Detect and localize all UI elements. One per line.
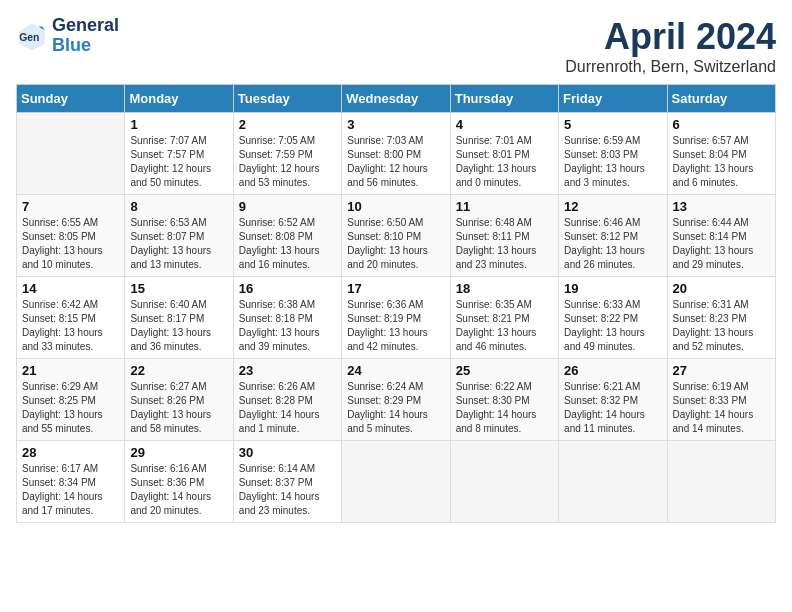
calendar-cell: 1Sunrise: 7:07 AM Sunset: 7:57 PM Daylig… bbox=[125, 113, 233, 195]
day-info: Sunrise: 6:26 AM Sunset: 8:28 PM Dayligh… bbox=[239, 380, 336, 436]
day-number: 20 bbox=[673, 281, 770, 296]
day-info: Sunrise: 6:21 AM Sunset: 8:32 PM Dayligh… bbox=[564, 380, 661, 436]
day-info: Sunrise: 7:01 AM Sunset: 8:01 PM Dayligh… bbox=[456, 134, 553, 190]
calendar-cell: 17Sunrise: 6:36 AM Sunset: 8:19 PM Dayli… bbox=[342, 277, 450, 359]
day-number: 3 bbox=[347, 117, 444, 132]
day-number: 27 bbox=[673, 363, 770, 378]
day-number: 6 bbox=[673, 117, 770, 132]
title-area: April 2024 Durrenroth, Bern, Switzerland bbox=[565, 16, 776, 76]
day-number: 18 bbox=[456, 281, 553, 296]
day-info: Sunrise: 7:03 AM Sunset: 8:00 PM Dayligh… bbox=[347, 134, 444, 190]
logo-icon: Gen bbox=[16, 20, 48, 52]
day-number: 1 bbox=[130, 117, 227, 132]
calendar-cell: 5Sunrise: 6:59 AM Sunset: 8:03 PM Daylig… bbox=[559, 113, 667, 195]
calendar-cell: 20Sunrise: 6:31 AM Sunset: 8:23 PM Dayli… bbox=[667, 277, 775, 359]
day-number: 5 bbox=[564, 117, 661, 132]
logo-text: General Blue bbox=[52, 16, 119, 56]
day-number: 19 bbox=[564, 281, 661, 296]
day-info: Sunrise: 6:46 AM Sunset: 8:12 PM Dayligh… bbox=[564, 216, 661, 272]
day-number: 22 bbox=[130, 363, 227, 378]
week-row-0: 1Sunrise: 7:07 AM Sunset: 7:57 PM Daylig… bbox=[17, 113, 776, 195]
weekday-saturday: Saturday bbox=[667, 85, 775, 113]
week-row-2: 14Sunrise: 6:42 AM Sunset: 8:15 PM Dayli… bbox=[17, 277, 776, 359]
weekday-thursday: Thursday bbox=[450, 85, 558, 113]
day-number: 21 bbox=[22, 363, 119, 378]
day-number: 17 bbox=[347, 281, 444, 296]
day-info: Sunrise: 6:38 AM Sunset: 8:18 PM Dayligh… bbox=[239, 298, 336, 354]
day-number: 24 bbox=[347, 363, 444, 378]
day-number: 16 bbox=[239, 281, 336, 296]
calendar-body: 1Sunrise: 7:07 AM Sunset: 7:57 PM Daylig… bbox=[17, 113, 776, 523]
calendar-cell: 2Sunrise: 7:05 AM Sunset: 7:59 PM Daylig… bbox=[233, 113, 341, 195]
day-number: 4 bbox=[456, 117, 553, 132]
calendar-cell: 26Sunrise: 6:21 AM Sunset: 8:32 PM Dayli… bbox=[559, 359, 667, 441]
day-number: 9 bbox=[239, 199, 336, 214]
day-number: 7 bbox=[22, 199, 119, 214]
weekday-sunday: Sunday bbox=[17, 85, 125, 113]
day-number: 12 bbox=[564, 199, 661, 214]
calendar-cell: 9Sunrise: 6:52 AM Sunset: 8:08 PM Daylig… bbox=[233, 195, 341, 277]
calendar-cell bbox=[342, 441, 450, 523]
calendar-cell: 27Sunrise: 6:19 AM Sunset: 8:33 PM Dayli… bbox=[667, 359, 775, 441]
day-number: 29 bbox=[130, 445, 227, 460]
day-info: Sunrise: 6:17 AM Sunset: 8:34 PM Dayligh… bbox=[22, 462, 119, 518]
day-info: Sunrise: 6:29 AM Sunset: 8:25 PM Dayligh… bbox=[22, 380, 119, 436]
calendar-cell bbox=[667, 441, 775, 523]
calendar-cell: 11Sunrise: 6:48 AM Sunset: 8:11 PM Dayli… bbox=[450, 195, 558, 277]
day-number: 11 bbox=[456, 199, 553, 214]
calendar-cell: 15Sunrise: 6:40 AM Sunset: 8:17 PM Dayli… bbox=[125, 277, 233, 359]
weekday-header: SundayMondayTuesdayWednesdayThursdayFrid… bbox=[17, 85, 776, 113]
day-info: Sunrise: 6:14 AM Sunset: 8:37 PM Dayligh… bbox=[239, 462, 336, 518]
calendar-cell: 19Sunrise: 6:33 AM Sunset: 8:22 PM Dayli… bbox=[559, 277, 667, 359]
calendar-cell: 14Sunrise: 6:42 AM Sunset: 8:15 PM Dayli… bbox=[17, 277, 125, 359]
weekday-wednesday: Wednesday bbox=[342, 85, 450, 113]
week-row-4: 28Sunrise: 6:17 AM Sunset: 8:34 PM Dayli… bbox=[17, 441, 776, 523]
day-info: Sunrise: 6:16 AM Sunset: 8:36 PM Dayligh… bbox=[130, 462, 227, 518]
calendar-cell bbox=[17, 113, 125, 195]
calendar-cell: 16Sunrise: 6:38 AM Sunset: 8:18 PM Dayli… bbox=[233, 277, 341, 359]
day-number: 2 bbox=[239, 117, 336, 132]
day-number: 23 bbox=[239, 363, 336, 378]
day-info: Sunrise: 6:42 AM Sunset: 8:15 PM Dayligh… bbox=[22, 298, 119, 354]
calendar-cell: 18Sunrise: 6:35 AM Sunset: 8:21 PM Dayli… bbox=[450, 277, 558, 359]
calendar: SundayMondayTuesdayWednesdayThursdayFrid… bbox=[16, 84, 776, 523]
calendar-cell bbox=[450, 441, 558, 523]
day-info: Sunrise: 7:05 AM Sunset: 7:59 PM Dayligh… bbox=[239, 134, 336, 190]
calendar-cell: 30Sunrise: 6:14 AM Sunset: 8:37 PM Dayli… bbox=[233, 441, 341, 523]
day-info: Sunrise: 6:31 AM Sunset: 8:23 PM Dayligh… bbox=[673, 298, 770, 354]
weekday-friday: Friday bbox=[559, 85, 667, 113]
day-number: 13 bbox=[673, 199, 770, 214]
day-info: Sunrise: 6:27 AM Sunset: 8:26 PM Dayligh… bbox=[130, 380, 227, 436]
day-info: Sunrise: 6:40 AM Sunset: 8:17 PM Dayligh… bbox=[130, 298, 227, 354]
day-info: Sunrise: 6:22 AM Sunset: 8:30 PM Dayligh… bbox=[456, 380, 553, 436]
month-title: April 2024 bbox=[565, 16, 776, 58]
logo: Gen General Blue bbox=[16, 16, 119, 56]
day-number: 26 bbox=[564, 363, 661, 378]
day-info: Sunrise: 6:55 AM Sunset: 8:05 PM Dayligh… bbox=[22, 216, 119, 272]
day-number: 10 bbox=[347, 199, 444, 214]
calendar-cell bbox=[559, 441, 667, 523]
weekday-tuesday: Tuesday bbox=[233, 85, 341, 113]
calendar-cell: 23Sunrise: 6:26 AM Sunset: 8:28 PM Dayli… bbox=[233, 359, 341, 441]
svg-text:Gen: Gen bbox=[19, 32, 39, 43]
day-number: 30 bbox=[239, 445, 336, 460]
calendar-cell: 29Sunrise: 6:16 AM Sunset: 8:36 PM Dayli… bbox=[125, 441, 233, 523]
calendar-cell: 7Sunrise: 6:55 AM Sunset: 8:05 PM Daylig… bbox=[17, 195, 125, 277]
day-info: Sunrise: 6:53 AM Sunset: 8:07 PM Dayligh… bbox=[130, 216, 227, 272]
day-number: 25 bbox=[456, 363, 553, 378]
day-info: Sunrise: 6:24 AM Sunset: 8:29 PM Dayligh… bbox=[347, 380, 444, 436]
day-info: Sunrise: 6:33 AM Sunset: 8:22 PM Dayligh… bbox=[564, 298, 661, 354]
day-info: Sunrise: 6:35 AM Sunset: 8:21 PM Dayligh… bbox=[456, 298, 553, 354]
calendar-cell: 22Sunrise: 6:27 AM Sunset: 8:26 PM Dayli… bbox=[125, 359, 233, 441]
day-info: Sunrise: 6:48 AM Sunset: 8:11 PM Dayligh… bbox=[456, 216, 553, 272]
week-row-1: 7Sunrise: 6:55 AM Sunset: 8:05 PM Daylig… bbox=[17, 195, 776, 277]
calendar-cell: 3Sunrise: 7:03 AM Sunset: 8:00 PM Daylig… bbox=[342, 113, 450, 195]
calendar-cell: 28Sunrise: 6:17 AM Sunset: 8:34 PM Dayli… bbox=[17, 441, 125, 523]
calendar-cell: 25Sunrise: 6:22 AM Sunset: 8:30 PM Dayli… bbox=[450, 359, 558, 441]
day-number: 8 bbox=[130, 199, 227, 214]
calendar-cell: 13Sunrise: 6:44 AM Sunset: 8:14 PM Dayli… bbox=[667, 195, 775, 277]
day-info: Sunrise: 6:52 AM Sunset: 8:08 PM Dayligh… bbox=[239, 216, 336, 272]
calendar-cell: 10Sunrise: 6:50 AM Sunset: 8:10 PM Dayli… bbox=[342, 195, 450, 277]
calendar-cell: 4Sunrise: 7:01 AM Sunset: 8:01 PM Daylig… bbox=[450, 113, 558, 195]
day-number: 28 bbox=[22, 445, 119, 460]
